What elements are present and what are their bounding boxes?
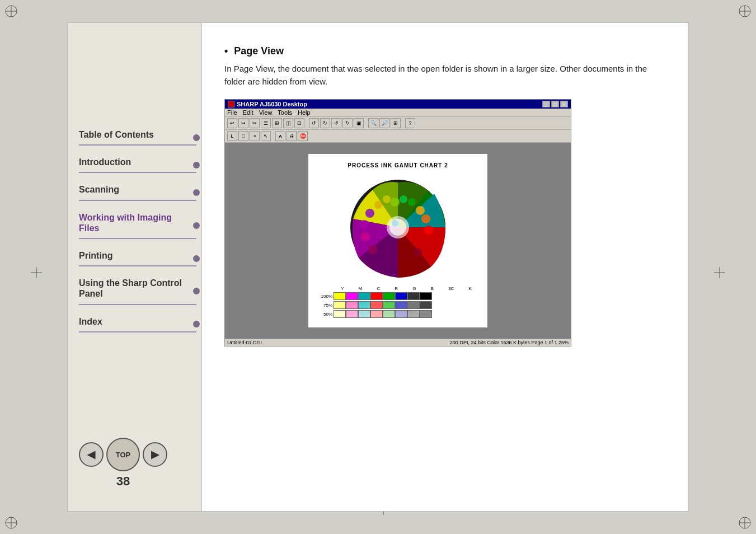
svg-point-28 bbox=[421, 237, 430, 246]
window-controls[interactable]: _ □ × bbox=[542, 101, 568, 107]
color-wheel-container bbox=[317, 174, 479, 280]
svg-point-21 bbox=[400, 195, 407, 203]
svg-point-32 bbox=[361, 232, 370, 241]
swatch-b-50 bbox=[395, 310, 407, 318]
doc-title: PROCESS INK GAMUT CHART 2 bbox=[317, 162, 479, 168]
swatch-c-75 bbox=[358, 301, 370, 309]
menu-help[interactable]: Help bbox=[298, 109, 311, 116]
swatch-3c-50 bbox=[407, 310, 420, 318]
tb2-btn-3[interactable]: ⌖ bbox=[250, 131, 260, 141]
svg-point-22 bbox=[408, 198, 416, 206]
sidebar-label-scanning: Scanning bbox=[79, 184, 196, 195]
swatch-y-50 bbox=[334, 310, 346, 318]
tb-btn-5[interactable]: ⊞ bbox=[272, 118, 282, 128]
color-bar-row-100: 100% bbox=[317, 292, 479, 300]
reg-mark-tl bbox=[3, 3, 20, 20]
sidebar-item-scanning[interactable]: Scanning bbox=[79, 179, 196, 206]
sidebar-item-index[interactable]: Index bbox=[79, 311, 196, 338]
main-content: • Page View In Page View, the document t… bbox=[202, 23, 688, 511]
cross-mark-left bbox=[31, 267, 42, 280]
tb-btn-4[interactable]: ☰ bbox=[261, 118, 271, 128]
tb-btn-13[interactable]: 🔍 bbox=[368, 118, 378, 128]
sidebar: Table of Contents Introduction Scanning … bbox=[68, 23, 202, 511]
status-info: 200 DPI, 24 bits Color 1636 K bytes Page… bbox=[450, 340, 569, 345]
sidebar-dot-imaging bbox=[193, 222, 200, 229]
color-bar-row-75: 75% bbox=[317, 301, 479, 309]
reg-mark-bl bbox=[3, 514, 20, 531]
menu-edit[interactable]: Edit bbox=[243, 109, 253, 116]
window-toolbar-1: ↩ ↪ ✂ ☰ ⊞ ◫ ⊡ ↺ ↻ ↺ ↻ ▣ 🔍 🔎 ⊞ ? bbox=[225, 117, 571, 130]
tb-btn-1[interactable]: ↩ bbox=[227, 118, 237, 128]
reg-mark-tr bbox=[736, 3, 753, 20]
nav-top-button[interactable]: TOP bbox=[106, 438, 140, 471]
tb-btn-11[interactable]: ↻ bbox=[342, 118, 353, 128]
window-body: PROCESS INK GAMUT CHART 2 bbox=[225, 143, 571, 339]
color-bars-section: YMCRGB3CK 100% bbox=[317, 286, 479, 318]
svg-point-35 bbox=[392, 220, 398, 227]
tb-btn-8[interactable]: ↺ bbox=[309, 118, 319, 128]
nav-forward-button[interactable]: ▶ bbox=[143, 442, 167, 467]
maximize-button[interactable]: □ bbox=[551, 101, 559, 107]
sidebar-label-printing: Printing bbox=[79, 250, 196, 261]
window-titlebar: SHARP AJ5030 Desktop _ □ × bbox=[225, 100, 571, 109]
page-outer: Table of Contents Introduction Scanning … bbox=[67, 22, 689, 512]
tb-btn-7[interactable]: ⊡ bbox=[294, 118, 304, 128]
sidebar-label-intro: Introduction bbox=[79, 157, 196, 167]
sidebar-item-toc[interactable]: Table of Contents bbox=[79, 124, 196, 151]
tb-btn-9[interactable]: ↻ bbox=[320, 118, 330, 128]
swatch-k-50 bbox=[420, 310, 432, 318]
tb2-btn-1[interactable]: L bbox=[227, 131, 237, 141]
tb-btn-15[interactable]: ⊞ bbox=[391, 118, 401, 128]
tb2-btn-4[interactable]: ↖ bbox=[261, 131, 271, 141]
swatch-g-75 bbox=[383, 301, 395, 309]
document-preview: PROCESS INK GAMUT CHART 2 bbox=[308, 154, 487, 327]
svg-point-20 bbox=[391, 198, 400, 207]
svg-point-30 bbox=[365, 209, 374, 218]
tb-btn-6[interactable]: ◫ bbox=[283, 118, 293, 128]
svg-point-36 bbox=[400, 222, 405, 227]
tb2-btn-7[interactable]: ⛔ bbox=[298, 131, 308, 141]
window-menubar: File Edit View Tools Help bbox=[225, 109, 571, 117]
swatch-m-50 bbox=[346, 310, 358, 318]
sidebar-item-intro[interactable]: Introduction bbox=[79, 151, 196, 179]
tb2-separator bbox=[272, 131, 274, 141]
swatch-y-100 bbox=[334, 292, 346, 300]
sidebar-item-imaging[interactable]: Working with Imaging Files bbox=[79, 207, 196, 245]
tb2-btn-5[interactable]: A bbox=[275, 131, 285, 141]
tb-btn-2[interactable]: ↪ bbox=[238, 118, 248, 128]
menu-file[interactable]: File bbox=[227, 109, 237, 116]
sidebar-item-sharp-panel[interactable]: Using the Sharp Control Panel bbox=[79, 272, 196, 310]
tb-btn-14[interactable]: 🔎 bbox=[379, 118, 389, 128]
swatch-g-100 bbox=[383, 292, 395, 300]
page-number: 38 bbox=[116, 474, 130, 489]
section-title: • Page View bbox=[224, 45, 666, 57]
swatch-k-75 bbox=[420, 301, 432, 309]
swatch-m-100 bbox=[346, 292, 358, 300]
sidebar-dot-toc bbox=[193, 134, 200, 141]
tb-btn-10[interactable]: ↺ bbox=[331, 118, 341, 128]
section-description: In Page View, the document that was sele… bbox=[224, 63, 666, 88]
tb2-btn-6[interactable]: 🖨 bbox=[287, 131, 297, 141]
tb-btn-16[interactable]: ? bbox=[405, 118, 415, 128]
svg-point-27 bbox=[424, 226, 433, 235]
svg-point-25 bbox=[416, 206, 425, 215]
sidebar-dot-sharp-panel bbox=[193, 288, 200, 294]
tb2-btn-2[interactable]: □ bbox=[238, 131, 248, 141]
tb-separator-2 bbox=[365, 118, 367, 128]
nav-back-button[interactable]: ◀ bbox=[79, 442, 104, 467]
tb-separator-1 bbox=[306, 118, 308, 128]
tb-btn-12[interactable]: ▣ bbox=[354, 118, 364, 128]
window-toolbar-2: L □ ⌖ ↖ A 🖨 ⛔ bbox=[225, 130, 571, 143]
bullet-icon: • bbox=[224, 45, 228, 57]
close-button[interactable]: × bbox=[560, 101, 568, 107]
menu-tools[interactable]: Tools bbox=[278, 109, 292, 116]
tb-btn-3[interactable]: ✂ bbox=[250, 118, 260, 128]
menu-view[interactable]: View bbox=[259, 109, 273, 116]
swatch-r-50 bbox=[370, 310, 383, 318]
svg-point-26 bbox=[421, 214, 430, 223]
swatch-r-100 bbox=[370, 292, 383, 300]
sidebar-item-printing[interactable]: Printing bbox=[79, 245, 196, 272]
minimize-button[interactable]: _ bbox=[542, 101, 550, 107]
swatch-3c-75 bbox=[407, 301, 420, 309]
svg-point-23 bbox=[383, 195, 391, 203]
